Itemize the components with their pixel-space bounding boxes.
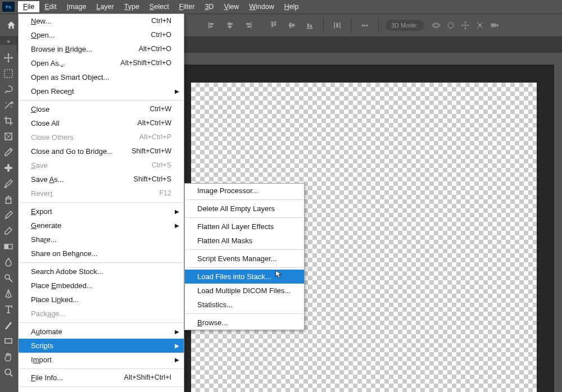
tool-eyedrop-icon[interactable] — [1, 145, 16, 159]
file-generate[interactable]: Generate▶ — [19, 218, 184, 233]
tool-heal-icon[interactable] — [1, 161, 16, 175]
menu-type[interactable]: Type — [119, 1, 144, 12]
align-bottom-icon[interactable] — [303, 19, 316, 32]
separator — [323, 18, 324, 33]
tool-brush-icon[interactable] — [1, 176, 16, 191]
menu-select[interactable]: Select — [144, 1, 174, 12]
menu-filter[interactable]: Filter — [174, 1, 200, 12]
separator — [351, 18, 351, 33]
file-open-as-smart-object[interactable]: Open as Smart Object... — [19, 70, 184, 84]
align-center-v-icon[interactable] — [285, 19, 298, 32]
menu-layer[interactable]: Layer — [91, 1, 119, 12]
submenu-arrow-icon: ▶ — [175, 86, 179, 96]
menu-item-label: Load Files into Stack... — [197, 272, 271, 281]
svg-rect-2 — [210, 26, 212, 28]
menu-item-label: Export — [31, 207, 52, 216]
tool-frame-icon[interactable] — [1, 129, 16, 144]
menu-view[interactable]: View — [219, 1, 244, 12]
more-icon[interactable]: ••• — [358, 19, 371, 32]
shortcut-label: Ctrl+O — [151, 30, 171, 40]
file-search-adobe-stock[interactable]: Search Adobe Stock... — [19, 265, 184, 279]
separator — [185, 217, 303, 218]
menu-help[interactable]: Help — [279, 1, 304, 12]
file-share-on-behance[interactable]: Share on Behance... — [19, 247, 184, 261]
submenu-arrow-icon: ▶ — [175, 207, 179, 216]
align-left-icon[interactable] — [205, 19, 219, 32]
file-browse-in-bridge[interactable]: Browse in Bridge...Alt+Ctrl+O — [19, 42, 184, 56]
scripts-flatten-all-masks[interactable]: Flatten All Masks — [185, 234, 304, 248]
file-print[interactable]: Print...Ctrl+P — [19, 389, 184, 392]
menu-item-label: Import — [31, 355, 52, 364]
tool-type-icon[interactable] — [1, 302, 16, 317]
file-export[interactable]: Export▶ — [19, 204, 184, 218]
scripts-load-files-into-stack[interactable]: Load Files into Stack... — [185, 270, 304, 284]
file-automate[interactable]: Automate▶ — [19, 325, 184, 339]
tool-eraser-icon[interactable] — [1, 224, 16, 238]
tool-wand-icon[interactable] — [1, 98, 16, 112]
align-center-h-icon[interactable] — [223, 19, 237, 32]
tool-crop-icon[interactable] — [1, 113, 16, 128]
orbit-icon[interactable] — [432, 21, 441, 30]
menu-window[interactable]: Window — [244, 1, 279, 12]
menu-item-label: Close Others — [31, 133, 74, 142]
pan-icon[interactable] — [461, 21, 470, 30]
tool-marquee-icon[interactable] — [1, 66, 16, 81]
scripts-submenu: Image Processor...Delete All Empty Layer… — [184, 183, 305, 330]
svg-point-28 — [11, 106, 12, 107]
file-open-as[interactable]: Open As...Alt+Shift+Ctrl+O — [19, 56, 184, 70]
file-open[interactable]: Open...Ctrl+O — [19, 28, 184, 42]
scripts-load-multiple-dicom-files[interactable]: Load Multiple DICOM Files... — [185, 284, 304, 298]
menu-edit[interactable]: Edit — [39, 1, 62, 12]
file-place-embedded[interactable]: Place Embedded... — [19, 279, 184, 293]
menu-3d[interactable]: 3D — [200, 1, 219, 12]
tool-dodge-icon[interactable] — [1, 271, 16, 285]
tool-pen-icon[interactable] — [1, 286, 16, 301]
menu-image[interactable]: Image — [62, 1, 92, 12]
distribute-icon[interactable] — [330, 19, 344, 32]
svg-rect-35 — [5, 339, 12, 343]
file-close[interactable]: CloseCtrl+W — [19, 102, 184, 116]
menu-item-label: Revert — [31, 189, 52, 198]
expand-panels-icon[interactable]: » — [0, 37, 17, 45]
scripts-image-processor[interactable]: Image Processor... — [185, 184, 304, 198]
file-place-linked[interactable]: Place Linked... — [19, 293, 184, 307]
file-open-recent[interactable]: Open Recent▶ — [19, 84, 184, 98]
file-save-as[interactable]: Save As...Shift+Ctrl+S — [19, 172, 184, 186]
file-import[interactable]: Import▶ — [19, 353, 184, 367]
tool-history-icon[interactable] — [1, 208, 16, 222]
file-close-and-go-to-bridge[interactable]: Close and Go to Bridge...Shift+Ctrl+W — [19, 144, 184, 158]
scripts-script-events-manager[interactable]: Script Events Manager... — [185, 252, 304, 266]
align-top-icon[interactable] — [267, 19, 280, 32]
slide-icon[interactable] — [475, 21, 484, 30]
tool-rect-icon[interactable] — [1, 334, 16, 348]
menu-item-label: Close — [31, 104, 49, 114]
separator — [185, 267, 303, 268]
file-scripts[interactable]: Scripts▶ — [19, 339, 184, 353]
svg-point-36 — [5, 369, 11, 375]
menu-item-label: Save — [31, 161, 48, 170]
tool-lasso-icon[interactable] — [1, 82, 16, 97]
svg-rect-13 — [289, 22, 291, 28]
camera-icon[interactable] — [490, 21, 499, 30]
tool-clone-icon[interactable] — [1, 192, 16, 207]
file-close-all[interactable]: Close AllAlt+Ctrl+W — [19, 116, 184, 130]
file-new[interactable]: New...Ctrl+N — [19, 14, 184, 28]
tool-path-icon[interactable] — [1, 318, 16, 332]
home-icon[interactable] — [4, 19, 18, 32]
scripts-statistics[interactable]: Statistics... — [185, 298, 304, 312]
file-share[interactable]: Share... — [19, 233, 184, 247]
tool-hand-icon[interactable] — [1, 349, 16, 364]
tool-blur-icon[interactable] — [1, 255, 16, 270]
tool-gradient-icon[interactable] — [1, 239, 16, 254]
menu-file[interactable]: File — [18, 1, 39, 12]
align-right-icon[interactable] — [241, 19, 255, 32]
tool-zoom-icon[interactable] — [1, 365, 16, 380]
tool-move-icon[interactable] — [1, 51, 16, 65]
scripts-delete-all-empty-layers[interactable]: Delete All Empty Layers — [185, 202, 304, 216]
roll-icon[interactable] — [446, 21, 455, 30]
svg-rect-6 — [251, 22, 252, 28]
scripts-browse[interactable]: Browse... — [185, 316, 304, 330]
scripts-flatten-all-layer-effects[interactable]: Flatten All Layer Effects — [185, 220, 304, 234]
file-file-info[interactable]: File Info...Alt+Shift+Ctrl+I — [19, 371, 184, 385]
svg-rect-7 — [246, 23, 250, 25]
